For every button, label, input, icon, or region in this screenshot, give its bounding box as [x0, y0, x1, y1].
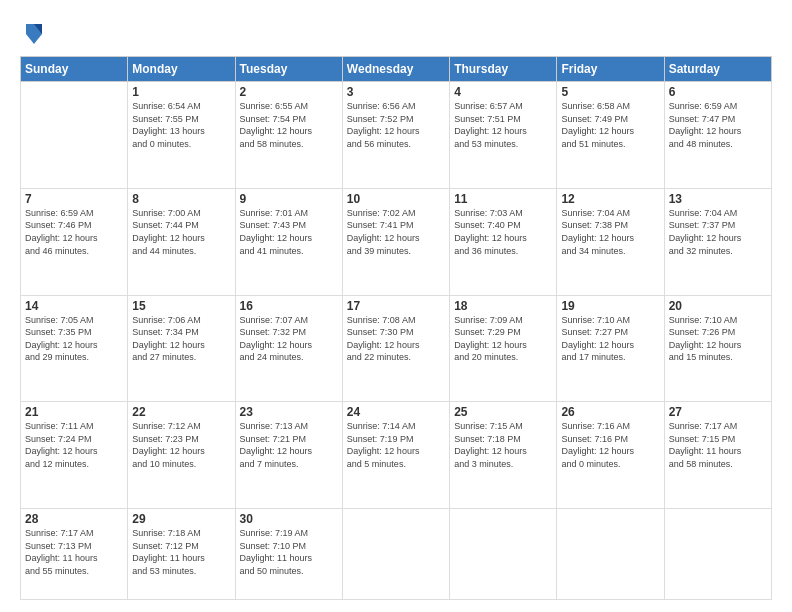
- day-number: 11: [454, 192, 552, 206]
- calendar-cell: 18Sunrise: 7:09 AMSunset: 7:29 PMDayligh…: [450, 295, 557, 402]
- weekday-header: Tuesday: [235, 57, 342, 82]
- weekday-header: Friday: [557, 57, 664, 82]
- day-info: Sunrise: 7:10 AMSunset: 7:27 PMDaylight:…: [561, 314, 659, 364]
- day-info: Sunrise: 7:10 AMSunset: 7:26 PMDaylight:…: [669, 314, 767, 364]
- day-info: Sunrise: 7:02 AMSunset: 7:41 PMDaylight:…: [347, 207, 445, 257]
- day-info: Sunrise: 7:17 AMSunset: 7:13 PMDaylight:…: [25, 527, 123, 577]
- calendar-cell: 8Sunrise: 7:00 AMSunset: 7:44 PMDaylight…: [128, 188, 235, 295]
- day-number: 21: [25, 405, 123, 419]
- calendar-cell: 22Sunrise: 7:12 AMSunset: 7:23 PMDayligh…: [128, 402, 235, 509]
- calendar-cell: 30Sunrise: 7:19 AMSunset: 7:10 PMDayligh…: [235, 509, 342, 600]
- day-number: 24: [347, 405, 445, 419]
- calendar-cell: 7Sunrise: 6:59 AMSunset: 7:46 PMDaylight…: [21, 188, 128, 295]
- calendar-cell: 4Sunrise: 6:57 AMSunset: 7:51 PMDaylight…: [450, 82, 557, 189]
- day-info: Sunrise: 7:04 AMSunset: 7:37 PMDaylight:…: [669, 207, 767, 257]
- day-number: 27: [669, 405, 767, 419]
- calendar-cell: 24Sunrise: 7:14 AMSunset: 7:19 PMDayligh…: [342, 402, 449, 509]
- week-row: 14Sunrise: 7:05 AMSunset: 7:35 PMDayligh…: [21, 295, 772, 402]
- weekday-header: Monday: [128, 57, 235, 82]
- calendar-cell: 23Sunrise: 7:13 AMSunset: 7:21 PMDayligh…: [235, 402, 342, 509]
- week-row: 28Sunrise: 7:17 AMSunset: 7:13 PMDayligh…: [21, 509, 772, 600]
- day-info: Sunrise: 6:57 AMSunset: 7:51 PMDaylight:…: [454, 100, 552, 150]
- calendar-cell: [21, 82, 128, 189]
- calendar-cell: 13Sunrise: 7:04 AMSunset: 7:37 PMDayligh…: [664, 188, 771, 295]
- weekday-header: Thursday: [450, 57, 557, 82]
- calendar-cell: 19Sunrise: 7:10 AMSunset: 7:27 PMDayligh…: [557, 295, 664, 402]
- day-number: 9: [240, 192, 338, 206]
- calendar-cell: 11Sunrise: 7:03 AMSunset: 7:40 PMDayligh…: [450, 188, 557, 295]
- day-info: Sunrise: 7:13 AMSunset: 7:21 PMDaylight:…: [240, 420, 338, 470]
- calendar-cell: 26Sunrise: 7:16 AMSunset: 7:16 PMDayligh…: [557, 402, 664, 509]
- day-number: 15: [132, 299, 230, 313]
- weekday-header: Wednesday: [342, 57, 449, 82]
- calendar-cell: 9Sunrise: 7:01 AMSunset: 7:43 PMDaylight…: [235, 188, 342, 295]
- day-info: Sunrise: 6:59 AMSunset: 7:47 PMDaylight:…: [669, 100, 767, 150]
- day-info: Sunrise: 6:55 AMSunset: 7:54 PMDaylight:…: [240, 100, 338, 150]
- calendar-cell: 10Sunrise: 7:02 AMSunset: 7:41 PMDayligh…: [342, 188, 449, 295]
- calendar-cell: [557, 509, 664, 600]
- calendar-cell: 6Sunrise: 6:59 AMSunset: 7:47 PMDaylight…: [664, 82, 771, 189]
- calendar-cell: 15Sunrise: 7:06 AMSunset: 7:34 PMDayligh…: [128, 295, 235, 402]
- weekday-header: Sunday: [21, 57, 128, 82]
- day-number: 12: [561, 192, 659, 206]
- day-info: Sunrise: 7:14 AMSunset: 7:19 PMDaylight:…: [347, 420, 445, 470]
- day-info: Sunrise: 7:04 AMSunset: 7:38 PMDaylight:…: [561, 207, 659, 257]
- page: SundayMondayTuesdayWednesdayThursdayFrid…: [0, 0, 792, 612]
- day-number: 2: [240, 85, 338, 99]
- calendar-cell: [450, 509, 557, 600]
- day-number: 28: [25, 512, 123, 526]
- day-number: 20: [669, 299, 767, 313]
- header: [20, 18, 772, 48]
- week-row: 1Sunrise: 6:54 AMSunset: 7:55 PMDaylight…: [21, 82, 772, 189]
- calendar-cell: [664, 509, 771, 600]
- calendar-cell: 25Sunrise: 7:15 AMSunset: 7:18 PMDayligh…: [450, 402, 557, 509]
- day-info: Sunrise: 7:06 AMSunset: 7:34 PMDaylight:…: [132, 314, 230, 364]
- day-info: Sunrise: 7:11 AMSunset: 7:24 PMDaylight:…: [25, 420, 123, 470]
- day-number: 13: [669, 192, 767, 206]
- day-info: Sunrise: 7:03 AMSunset: 7:40 PMDaylight:…: [454, 207, 552, 257]
- week-row: 7Sunrise: 6:59 AMSunset: 7:46 PMDaylight…: [21, 188, 772, 295]
- calendar-cell: 2Sunrise: 6:55 AMSunset: 7:54 PMDaylight…: [235, 82, 342, 189]
- day-info: Sunrise: 7:08 AMSunset: 7:30 PMDaylight:…: [347, 314, 445, 364]
- day-info: Sunrise: 6:56 AMSunset: 7:52 PMDaylight:…: [347, 100, 445, 150]
- day-number: 7: [25, 192, 123, 206]
- day-info: Sunrise: 7:01 AMSunset: 7:43 PMDaylight:…: [240, 207, 338, 257]
- calendar-cell: 5Sunrise: 6:58 AMSunset: 7:49 PMDaylight…: [557, 82, 664, 189]
- weekday-header-row: SundayMondayTuesdayWednesdayThursdayFrid…: [21, 57, 772, 82]
- logo: [20, 22, 46, 48]
- calendar-table: SundayMondayTuesdayWednesdayThursdayFrid…: [20, 56, 772, 600]
- day-info: Sunrise: 7:00 AMSunset: 7:44 PMDaylight:…: [132, 207, 230, 257]
- day-info: Sunrise: 7:17 AMSunset: 7:15 PMDaylight:…: [669, 420, 767, 470]
- day-number: 19: [561, 299, 659, 313]
- day-info: Sunrise: 6:58 AMSunset: 7:49 PMDaylight:…: [561, 100, 659, 150]
- day-number: 23: [240, 405, 338, 419]
- weekday-header: Saturday: [664, 57, 771, 82]
- calendar-cell: 12Sunrise: 7:04 AMSunset: 7:38 PMDayligh…: [557, 188, 664, 295]
- day-info: Sunrise: 7:18 AMSunset: 7:12 PMDaylight:…: [132, 527, 230, 577]
- day-info: Sunrise: 7:16 AMSunset: 7:16 PMDaylight:…: [561, 420, 659, 470]
- day-info: Sunrise: 6:54 AMSunset: 7:55 PMDaylight:…: [132, 100, 230, 150]
- day-number: 8: [132, 192, 230, 206]
- day-number: 30: [240, 512, 338, 526]
- day-info: Sunrise: 7:15 AMSunset: 7:18 PMDaylight:…: [454, 420, 552, 470]
- day-info: Sunrise: 7:07 AMSunset: 7:32 PMDaylight:…: [240, 314, 338, 364]
- day-info: Sunrise: 7:19 AMSunset: 7:10 PMDaylight:…: [240, 527, 338, 577]
- day-number: 10: [347, 192, 445, 206]
- logo-icon: [22, 20, 46, 48]
- calendar-cell: [342, 509, 449, 600]
- week-row: 21Sunrise: 7:11 AMSunset: 7:24 PMDayligh…: [21, 402, 772, 509]
- day-number: 5: [561, 85, 659, 99]
- day-info: Sunrise: 7:05 AMSunset: 7:35 PMDaylight:…: [25, 314, 123, 364]
- day-number: 18: [454, 299, 552, 313]
- day-number: 25: [454, 405, 552, 419]
- calendar-cell: 20Sunrise: 7:10 AMSunset: 7:26 PMDayligh…: [664, 295, 771, 402]
- day-info: Sunrise: 6:59 AMSunset: 7:46 PMDaylight:…: [25, 207, 123, 257]
- day-number: 14: [25, 299, 123, 313]
- day-number: 4: [454, 85, 552, 99]
- calendar-cell: 3Sunrise: 6:56 AMSunset: 7:52 PMDaylight…: [342, 82, 449, 189]
- day-number: 3: [347, 85, 445, 99]
- calendar-cell: 1Sunrise: 6:54 AMSunset: 7:55 PMDaylight…: [128, 82, 235, 189]
- day-number: 29: [132, 512, 230, 526]
- day-number: 17: [347, 299, 445, 313]
- calendar-cell: 17Sunrise: 7:08 AMSunset: 7:30 PMDayligh…: [342, 295, 449, 402]
